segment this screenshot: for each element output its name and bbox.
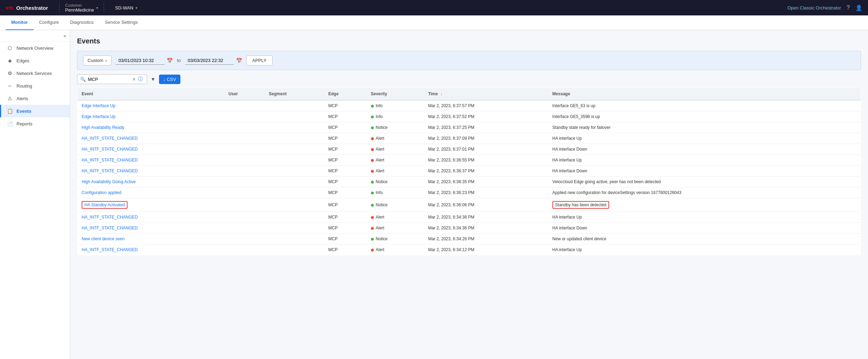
sdwan-value: SD-WAN (115, 5, 133, 11)
sidebar-collapse-btn[interactable]: « (63, 33, 66, 39)
clear-search-icon[interactable]: ✕ (132, 77, 136, 82)
edge-cell: MCP (324, 166, 366, 177)
table-row: HA_INTF_STATE_CHANGED MCP Alert Mar 2, 2… (77, 133, 861, 144)
from-calendar-icon[interactable]: 📅 (167, 58, 173, 63)
sidebar-item-events[interactable]: 📋 Events (0, 105, 70, 117)
event-cell: Configuration applied (77, 187, 225, 198)
event-cell: Edge Interface Up (77, 111, 225, 122)
message-cell: HA interface Up (548, 212, 861, 223)
top-nav: vm Orchestrator Customer PennMedicine ▾ … (0, 0, 868, 15)
event-link[interactable]: New client device seen (82, 236, 125, 241)
layout: « ⬡ Network Overview ◈ Edges ⚙ Network S… (0, 30, 868, 359)
event-cell: High Availability Ready (77, 122, 225, 133)
sidebar-collapse: « (0, 30, 70, 42)
event-link[interactable]: HA_INTF_STATE_CHANGED (82, 136, 138, 141)
event-link[interactable]: Edge Interface Up (82, 114, 116, 119)
event-link[interactable]: Edge Interface Up (82, 103, 116, 108)
sidebar-item-label-routing: Routing (16, 83, 32, 89)
severity-dot (371, 148, 374, 151)
range-label: Custom (88, 58, 103, 63)
app-name: Orchestrator (16, 5, 48, 11)
reports-icon: 📄 (7, 121, 13, 126)
time-cell: Mar 2, 2023, 6:37:01 PM (424, 144, 548, 155)
customer-selector[interactable]: Customer PennMedicine ▾ (65, 3, 98, 13)
severity-dot (371, 137, 374, 140)
event-link[interactable]: HA_INTF_STATE_CHANGED (82, 215, 138, 220)
event-link[interactable]: HA_INTF_STATE_CHANGED (82, 247, 138, 252)
user-cell (224, 187, 264, 198)
alerts-icon: ⚠ (7, 96, 13, 101)
severity-dot (371, 216, 374, 219)
sidebar-item-alerts[interactable]: ⚠ Alerts (0, 92, 70, 105)
tab-diagnostics[interactable]: Diagnostics (64, 15, 99, 30)
search-info-icon[interactable]: ⓘ (138, 76, 143, 82)
tab-service-settings[interactable]: Service Settings (99, 15, 143, 30)
severity-cell: Alert (367, 244, 424, 255)
message-cell: HA interface Down (548, 144, 861, 155)
to-calendar-icon[interactable]: 📅 (236, 58, 242, 63)
table-row: HA_INTF_STATE_CHANGED MCP Alert Mar 2, 2… (77, 166, 861, 177)
customer-value: PennMedicine (65, 7, 94, 13)
event-link[interactable]: Configuration applied (82, 190, 121, 195)
search-input[interactable] (88, 77, 130, 82)
filter-icon[interactable]: ▼ (151, 76, 156, 82)
sdwan-selector[interactable]: SD-WAN ▾ (115, 5, 137, 11)
user-icon[interactable]: 👤 (855, 5, 862, 11)
sidebar-item-label-network-services: Network Services (16, 71, 52, 76)
sdwan-chevron-icon: ▾ (136, 6, 137, 10)
table-body: Edge Interface Up MCP Info Mar 2, 2023, … (77, 100, 861, 255)
message-cell: Standby state ready for failover (548, 122, 861, 133)
csv-download-button[interactable]: ↓ CSV (159, 75, 180, 84)
col-user: User (224, 88, 264, 101)
event-link[interactable]: HA_INTF_STATE_CHANGED (82, 168, 138, 173)
segment-cell (265, 144, 324, 155)
event-link[interactable]: HA Standby Activated (82, 201, 128, 209)
date-range-button[interactable]: Custom › (83, 55, 111, 65)
event-link[interactable]: HA_INTF_STATE_CHANGED (82, 226, 138, 230)
apply-button[interactable]: APPLY (246, 55, 273, 65)
sidebar-item-edges[interactable]: ◈ Edges (0, 54, 70, 67)
event-cell: New client device seen (77, 234, 225, 244)
time-cell: Mar 2, 2023, 6:36:06 PM (424, 198, 548, 212)
sidebar-item-network-overview[interactable]: ⬡ Network Overview (0, 42, 70, 54)
time-cell: Mar 2, 2023, 6:34:12 PM (424, 244, 548, 255)
open-classic-link[interactable]: Open Classic Orchestrator (787, 5, 841, 11)
time-cell: Mar 2, 2023, 6:36:55 PM (424, 155, 548, 166)
to-date-input[interactable] (185, 56, 234, 65)
table-row: HA Standby Activated MCP Notice Mar 2, 2… (77, 198, 861, 212)
event-link[interactable]: HA_INTF_STATE_CHANGED (82, 147, 138, 152)
network-overview-icon: ⬡ (7, 45, 13, 51)
edge-cell: MCP (324, 144, 366, 155)
sidebar-item-reports[interactable]: 📄 Reports (0, 117, 70, 130)
event-link[interactable]: High Availability Going Active (82, 179, 136, 184)
event-link[interactable]: HA_INTF_STATE_CHANGED (82, 158, 138, 163)
tab-monitor[interactable]: Monitor (6, 15, 34, 30)
time-cell: Mar 2, 2023, 6:34:38 PM (424, 212, 548, 223)
severity-cell: Info (367, 111, 424, 122)
message-cell: Interface GE5_3598 is up (548, 111, 861, 122)
table-row: Configuration applied MCP Info Mar 2, 20… (77, 187, 861, 198)
sidebar-item-network-services[interactable]: ⚙ Network Services (0, 67, 70, 80)
severity-dot (371, 238, 374, 241)
table-row: New client device seen MCP Notice Mar 2,… (77, 234, 861, 244)
col-segment: Segment (265, 88, 324, 101)
severity-cell: Notice (367, 198, 424, 212)
help-icon[interactable]: ? (847, 5, 850, 11)
from-date-input[interactable] (116, 56, 165, 65)
message-cell: HA interface Down (548, 223, 861, 234)
severity-cell: Notice (367, 234, 424, 244)
time-cell: Mar 2, 2023, 6:34:26 PM (424, 234, 548, 244)
severity-cell: Alert (367, 133, 424, 144)
severity-cell: Alert (367, 212, 424, 223)
nav-divider (59, 3, 60, 13)
segment-cell (265, 122, 324, 133)
user-cell (224, 166, 264, 177)
sidebar-item-routing[interactable]: ↔ Routing (0, 80, 70, 92)
message-text: Standby has been detected (552, 201, 609, 209)
event-link[interactable]: High Availability Ready (82, 125, 124, 130)
segment-cell (265, 155, 324, 166)
segment-cell (265, 198, 324, 212)
tab-configure[interactable]: Configure (34, 15, 64, 30)
filter-bar: Custom › 📅 to 📅 APPLY (77, 51, 861, 70)
col-time[interactable]: Time ↓ (424, 88, 548, 101)
